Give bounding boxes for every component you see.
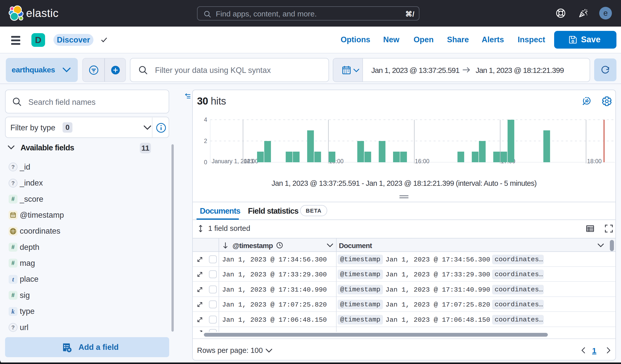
- svg-text:2: 2: [204, 138, 207, 144]
- svg-text:16:00: 16:00: [415, 158, 430, 165]
- svg-text:18:00: 18:00: [587, 158, 602, 165]
- svg-text:4: 4: [204, 116, 207, 123]
- svg-text:14:00: 14:00: [244, 158, 258, 165]
- svg-text:0: 0: [204, 159, 207, 166]
